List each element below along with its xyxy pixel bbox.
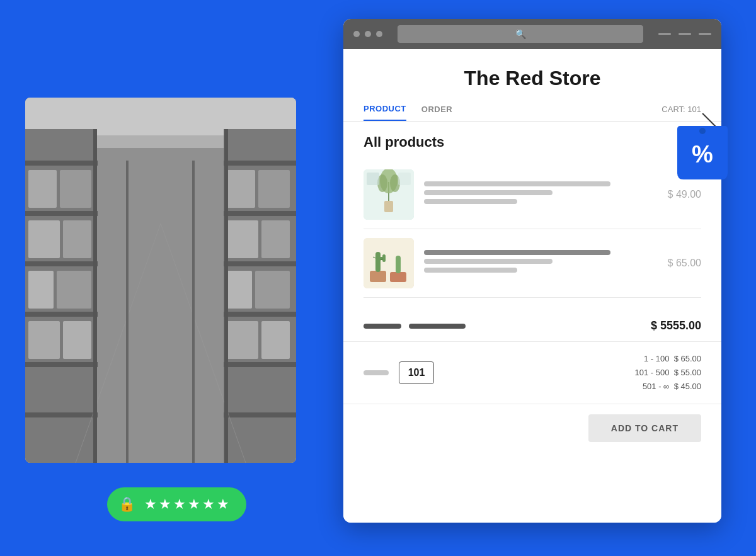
svg-rect-25 xyxy=(224,412,296,417)
product-detail-line-1 xyxy=(424,199,517,204)
svg-rect-12 xyxy=(60,170,91,208)
products-section: All products xyxy=(343,122,721,310)
product-price-1: $ 49.00 xyxy=(668,189,701,200)
svg-rect-49 xyxy=(370,271,386,282)
svg-rect-14 xyxy=(63,220,91,258)
product-desc-line-2 xyxy=(424,259,553,264)
total-price: $ 5555.00 xyxy=(651,319,701,332)
svg-rect-3 xyxy=(88,148,233,463)
svg-rect-8 xyxy=(25,312,98,317)
svg-text:%: % xyxy=(692,141,713,167)
svg-rect-36 xyxy=(93,129,97,463)
tab-product[interactable]: PRODUCT xyxy=(364,98,406,121)
tier-3: 501 - ∞ $ 45.00 xyxy=(634,380,701,394)
svg-rect-17 xyxy=(28,321,60,359)
product-row-2: $ 65.00 xyxy=(364,229,701,298)
svg-rect-31 xyxy=(255,271,290,309)
password-stars: ★★★★★★ xyxy=(144,496,231,513)
svg-rect-54 xyxy=(396,256,401,273)
svg-rect-52 xyxy=(382,254,386,262)
product-info-1 xyxy=(424,181,658,208)
browser-content: The Red Store PRODUCT ORDER CART: 101 Al… xyxy=(343,49,721,523)
add-to-cart-row: ADD TO CART xyxy=(343,404,721,452)
svg-rect-29 xyxy=(261,220,290,258)
svg-rect-7 xyxy=(25,261,98,266)
svg-rect-26 xyxy=(227,170,255,208)
browser-controls xyxy=(658,33,711,35)
svg-rect-30 xyxy=(227,271,252,309)
lock-badge: 🔒 ★★★★★★ xyxy=(107,487,246,521)
browser-titlebar: 🔍 xyxy=(343,19,721,49)
svg-rect-27 xyxy=(258,170,290,208)
svg-rect-11 xyxy=(28,170,57,208)
minimize-icon xyxy=(658,33,671,35)
search-icon: 🔍 xyxy=(515,29,526,39)
svg-rect-10 xyxy=(25,412,98,417)
tier-2: 101 - 500 $ 55.00 xyxy=(634,366,701,380)
svg-rect-33 xyxy=(261,321,290,359)
tier-1: 1 - 100 $ 65.00 xyxy=(634,352,701,366)
close-icon xyxy=(699,33,711,35)
price-tag: % xyxy=(671,113,734,183)
svg-rect-23 xyxy=(224,312,296,317)
product-desc-line-1 xyxy=(424,190,553,195)
tab-order[interactable]: ORDER xyxy=(421,98,452,120)
svg-rect-22 xyxy=(224,261,296,266)
svg-rect-53 xyxy=(390,272,406,282)
svg-rect-5 xyxy=(25,161,98,166)
svg-rect-18 xyxy=(63,321,91,359)
svg-rect-39 xyxy=(192,161,195,463)
browser-addressbar[interactable]: 🔍 xyxy=(398,25,643,43)
quantity-row: 101 1 - 100 $ 65.00 101 - 500 $ 55.00 50… xyxy=(343,342,721,404)
store-title: The Red Store xyxy=(343,49,721,98)
svg-rect-37 xyxy=(224,129,228,463)
pricing-tiers: 1 - 100 $ 65.00 101 - 500 $ 55.00 501 - … xyxy=(634,352,701,394)
lock-icon: 🔒 xyxy=(118,496,135,513)
summary-line-2 xyxy=(409,324,466,329)
svg-rect-38 xyxy=(126,161,129,463)
svg-rect-41 xyxy=(384,201,393,212)
browser-dot-3 xyxy=(376,31,382,37)
svg-point-58 xyxy=(699,128,706,134)
tab-bar: PRODUCT ORDER CART: 101 xyxy=(343,98,721,122)
product-detail-line-2 xyxy=(424,268,517,273)
maximize-icon xyxy=(679,33,691,35)
product-row-1: $ 49.00 xyxy=(364,161,701,229)
warehouse-image xyxy=(25,98,296,463)
svg-rect-6 xyxy=(25,211,98,216)
svg-rect-16 xyxy=(57,271,91,309)
svg-rect-21 xyxy=(224,211,296,216)
product-price-2: $ 65.00 xyxy=(668,258,701,269)
svg-rect-15 xyxy=(28,271,54,309)
product-thumbnail-2 xyxy=(364,238,414,288)
svg-rect-13 xyxy=(28,220,60,258)
svg-rect-24 xyxy=(224,362,296,367)
product-info-2 xyxy=(424,250,658,276)
section-title: All products xyxy=(364,134,701,150)
svg-rect-46 xyxy=(367,173,379,185)
svg-rect-20 xyxy=(224,161,296,166)
svg-rect-47 xyxy=(398,173,411,185)
summary-line-1 xyxy=(364,324,401,329)
add-to-cart-button[interactable]: ADD TO CART xyxy=(588,414,701,442)
svg-rect-28 xyxy=(227,220,258,258)
product-name-line-2 xyxy=(424,250,610,255)
summary-row: $ 5555.00 xyxy=(343,310,721,342)
summary-lines xyxy=(364,324,641,329)
browser-dot-1 xyxy=(353,31,360,37)
svg-rect-32 xyxy=(227,321,258,359)
quantity-input[interactable]: 101 xyxy=(399,361,434,384)
svg-rect-9 xyxy=(25,362,98,367)
product-thumbnail-1 xyxy=(364,169,414,220)
browser-dot-2 xyxy=(365,31,371,37)
browser-window: 🔍 The Red Store PRODUCT ORDER CART: 101 … xyxy=(343,19,721,523)
cart-info: CART: 101 xyxy=(662,105,701,114)
qty-label-line xyxy=(364,370,389,375)
svg-rect-50 xyxy=(375,252,381,272)
product-name-line-1 xyxy=(424,181,610,186)
